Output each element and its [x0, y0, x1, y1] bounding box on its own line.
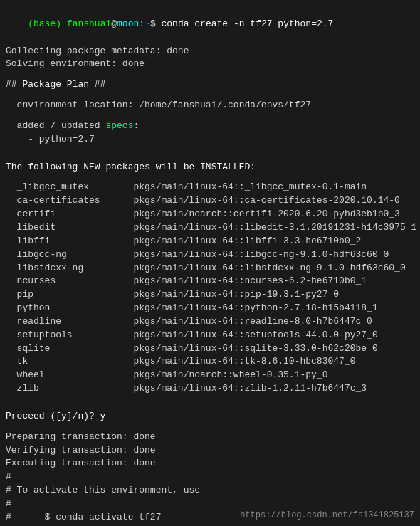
python-spec: - python=2.7: [6, 133, 414, 147]
prompt-path: ~: [145, 19, 150, 29]
pkg-row-3: certifi pkgs/main/noarch::certifi-2020.6…: [6, 208, 414, 221]
solving-line: Solving environment: done: [6, 58, 414, 71]
collecting-line: Collecting package metadata: done: [6, 45, 414, 58]
blank-line-3: [6, 112, 414, 120]
pkg-row-12: setuptools pkgs/main/linux-64::setuptool…: [6, 329, 414, 342]
prompt-at: @: [111, 19, 117, 29]
added-specs: added / updated specs:: [6, 120, 414, 133]
blank-line-5: [6, 154, 414, 161]
hash-1: #: [6, 470, 414, 484]
blank-line-9: [6, 424, 414, 431]
blank-line-6: [6, 174, 414, 181]
pkg-row-1: _libgcc_mutex pkgs/main/linux-64::_libgc…: [6, 181, 414, 194]
pkg-row-14: tk pkgs/main/linux-64::tk-8.6.10-hbc8304…: [6, 355, 414, 369]
prompt-line: (base) fanshuai@moon:~$ conda create -n …: [6, 4, 414, 45]
pkg-row-7: libstdcxx-ng pkgs/main/linux-64::libstdc…: [6, 262, 414, 275]
pkg-row-9: pip pkgs/main/linux-64::pip-19.3.1-py27_…: [6, 288, 414, 302]
pkg-row-2: ca-certificates pkgs/main/linux-64::ca-c…: [6, 194, 414, 208]
preparing-line: Preparing transaction: done: [6, 431, 414, 444]
watermark: https://blog.csdn.net/fs1341825137: [240, 510, 414, 520]
verifying-line: Verifying transaction: done: [6, 444, 414, 458]
pkg-row-10: python pkgs/main/linux-64::python-2.7.18…: [6, 302, 414, 315]
hash-2: #: [6, 498, 414, 511]
prompt-colon: :: [139, 19, 145, 29]
blank-line-1: [6, 71, 414, 78]
terminal-window: (base) fanshuai@moon:~$ conda create -n …: [0, 0, 420, 526]
command-text: conda create -n tf27 python=2.7: [162, 19, 334, 29]
pkg-row-11: readline pkgs/main/linux-64::readline-8.…: [6, 315, 414, 329]
executing-line: Executing transaction: done: [6, 457, 414, 470]
prompt-hostname: moon: [117, 19, 139, 29]
pkg-row-16: zlib pkgs/main/linux-64::zlib-1.2.11-h7b…: [6, 382, 414, 396]
proceed-line: Proceed ([y]/n)? y: [6, 410, 414, 424]
blank-line-8: [6, 403, 414, 410]
pkg-plan-header: ## Package Plan ##: [6, 78, 414, 92]
pkg-row-5: libffi pkgs/main/linux-64::libffi-3.3-he…: [6, 235, 414, 248]
pkg-row-13: sqlite pkgs/main/linux-64::sqlite-3.33.0…: [6, 342, 414, 356]
env-location: environment location: /home/fanshuai/.co…: [6, 99, 414, 112]
pkg-row-15: wheel pkgs/main/noarch::wheel-0.35.1-py_…: [6, 369, 414, 382]
prompt-dollar: $: [150, 19, 162, 29]
blank-line-7: [6, 396, 414, 403]
new-packages-header: The following NEW packages will be INSTA…: [6, 161, 414, 174]
to-activate-comment: # To activate this environment, use: [6, 484, 414, 498]
pkg-row-6: libgcc-ng pkgs/main/linux-64::libgcc-ng-…: [6, 248, 414, 262]
blank-line-2: [6, 92, 414, 99]
pkg-row-8: ncurses pkgs/main/linux-64::ncurses-6.2-…: [6, 275, 414, 288]
pkg-row-4: libedit pkgs/main/linux-64::libedit-3.1.…: [6, 221, 414, 235]
prompt-username: fanshuai: [67, 19, 111, 29]
prompt-base: (base): [28, 19, 67, 29]
blank-line-4: [6, 147, 414, 154]
